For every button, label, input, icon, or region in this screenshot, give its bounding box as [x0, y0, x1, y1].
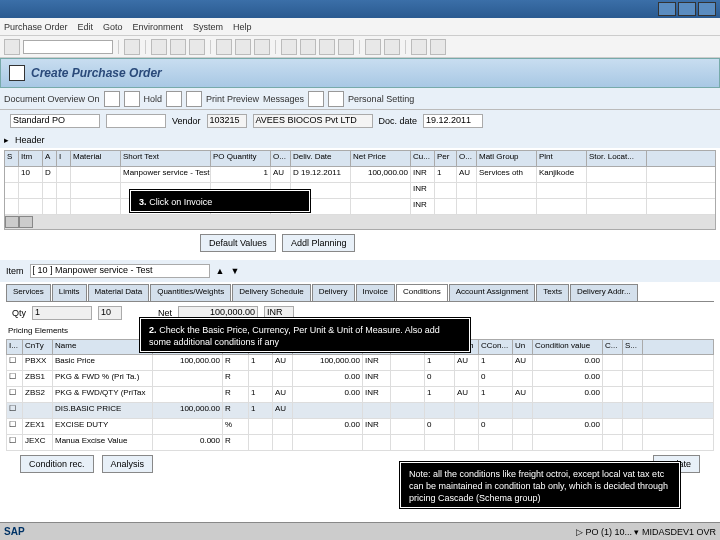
first-page-icon[interactable] [281, 39, 297, 55]
menu-environment[interactable]: Environment [133, 22, 184, 32]
grid-header: S Itm A I Material Short Text PO Quantit… [5, 151, 715, 167]
cell-plnt: Kanjikode [537, 167, 587, 182]
print-preview-button[interactable]: Print Preview [206, 94, 259, 104]
menu-system[interactable]: System [193, 22, 223, 32]
qty-value: 1 [32, 306, 92, 320]
tab-invoice[interactable]: Invoice [356, 284, 395, 301]
tab-services[interactable]: Services [6, 284, 51, 301]
tab-conditions[interactable]: Conditions [396, 284, 448, 301]
tab-quantities[interactable]: Quantities/Weights [150, 284, 231, 301]
find-icon[interactable] [235, 39, 251, 55]
find-next-icon[interactable] [254, 39, 270, 55]
personal-setting-button[interactable]: Personal Setting [348, 94, 414, 104]
new-session-icon[interactable] [365, 39, 381, 55]
col-item: Itm [19, 151, 43, 166]
next-page-icon[interactable] [319, 39, 335, 55]
other-po-icon[interactable] [124, 91, 140, 107]
doc-overview-button[interactable]: Document Overview On [4, 94, 100, 104]
addl-planning-button[interactable]: Addl Planning [282, 234, 356, 252]
po-type-combo[interactable]: Standard PO [10, 114, 100, 128]
col-status: S [5, 151, 19, 166]
header-toggle-icon[interactable]: ▸ [4, 135, 9, 145]
col-matl-group: Matl Group [477, 151, 537, 166]
tab-account[interactable]: Account Assignment [449, 284, 535, 301]
col-deliv-date: Deliv. Date [291, 151, 351, 166]
check-doc-icon[interactable] [166, 91, 182, 107]
minimize-button[interactable] [658, 2, 676, 16]
info-icon[interactable] [308, 91, 324, 107]
layout-icon[interactable] [430, 39, 446, 55]
ccol-ccon: CCon... [479, 340, 513, 354]
scroll-right-icon[interactable] [19, 216, 33, 228]
shortcut-icon[interactable] [384, 39, 400, 55]
col-stor-loc: Stor. Locat... [587, 151, 647, 166]
tab-delivery-addr[interactable]: Delivery Addr... [570, 284, 638, 301]
grid-scrollbar[interactable] [5, 215, 715, 229]
header-section-label: Header [15, 135, 45, 145]
print-preview-icon[interactable] [186, 91, 202, 107]
col-short-text: Short Text [121, 151, 211, 166]
grid-row-empty-2[interactable]: INR [5, 199, 715, 215]
back-icon[interactable] [151, 39, 167, 55]
close-button[interactable] [698, 2, 716, 16]
condition-row-2[interactable]: ☐ZBS2PKG & FWD/QTY (PriTaxR1AU0.00INR1AU… [6, 387, 714, 403]
exit-icon[interactable] [170, 39, 186, 55]
grid-row-empty-1[interactable]: INR [5, 183, 715, 199]
tab-delivery-schedule[interactable]: Delivery Schedule [232, 284, 310, 301]
ccol-un: Un [513, 340, 533, 354]
condition-row-5[interactable]: ☐JEXCManua Excise Value0.000R [6, 435, 714, 451]
item-next-icon[interactable]: ▼ [230, 266, 239, 276]
col-curr: Cu... [411, 151, 435, 166]
condition-row-0[interactable]: ☐PBXXBasic Price100,000.00R1AU100,000.00… [6, 355, 714, 371]
condition-rec-button[interactable]: Condition rec. [20, 455, 94, 473]
qty-label: Qty [12, 308, 26, 318]
command-field[interactable] [23, 40, 113, 54]
cell-qty: 1 [211, 167, 271, 182]
analysis-button[interactable]: Analysis [102, 455, 154, 473]
save-icon[interactable] [124, 39, 140, 55]
scroll-left-icon[interactable] [5, 216, 19, 228]
create-icon[interactable] [104, 91, 120, 107]
help-icon[interactable] [411, 39, 427, 55]
menu-edit[interactable]: Edit [78, 22, 94, 32]
menu-help[interactable]: Help [233, 22, 252, 32]
cell-per: 1 [435, 167, 457, 182]
doc-date-label: Doc. date [379, 116, 418, 126]
col-per: Per [435, 151, 457, 166]
messages-button[interactable]: Messages [263, 94, 304, 104]
header-collapse-row[interactable]: ▸ Header [0, 132, 720, 148]
condition-row-4[interactable]: ☐ZEX1EXCISE DUTY%0.00INR000.00 [6, 419, 714, 435]
po-number-input[interactable] [106, 114, 166, 128]
menu-purchase-order[interactable]: Purchase Order [4, 22, 68, 32]
col-material: Material [71, 151, 121, 166]
tab-material-data[interactable]: Material Data [88, 284, 150, 301]
ccol-c: C... [603, 340, 623, 354]
cell-date: D 19.12.2011 [291, 167, 351, 182]
status-bar: SAP ▷ PO (1) 10... ▾ MIDASDEV1 OVR [0, 522, 720, 540]
item-combo[interactable]: [ 10 ] Manpower service - Test [30, 264, 210, 278]
default-values-button[interactable]: Default Values [200, 234, 276, 252]
last-page-icon[interactable] [338, 39, 354, 55]
maximize-button[interactable] [678, 2, 696, 16]
grid-buttons: Default Values Addl Planning [0, 232, 720, 254]
tab-limits[interactable]: Limits [52, 284, 87, 301]
net-label: Net [158, 308, 172, 318]
hold-button[interactable]: Hold [144, 94, 163, 104]
cancel-icon[interactable] [189, 39, 205, 55]
sap-logo: SAP [4, 526, 25, 537]
menu-goto[interactable]: Goto [103, 22, 123, 32]
condition-row-1[interactable]: ☐ZBS1PKG & FWD % (Pri Ta.)R0.00INR000.00 [6, 371, 714, 387]
tab-texts[interactable]: Texts [536, 284, 569, 301]
tab-delivery[interactable]: Delivery [312, 284, 355, 301]
print-icon[interactable] [216, 39, 232, 55]
item-prev-icon[interactable]: ▲ [216, 266, 225, 276]
item-label: Item [6, 266, 24, 276]
prev-page-icon[interactable] [300, 39, 316, 55]
settings-icon[interactable] [328, 91, 344, 107]
doc-date-input[interactable]: 19.12.2011 [423, 114, 483, 128]
check-icon[interactable] [4, 39, 20, 55]
callout-3-number: 3. [139, 197, 147, 207]
condition-row-3[interactable]: ☐DIS.BASIC PRICE100,000.00R1AU [6, 403, 714, 419]
col-plnt: Plnt [537, 151, 587, 166]
grid-row-1[interactable]: 10 D Manpower service - Test 1 AU D 19.1… [5, 167, 715, 183]
